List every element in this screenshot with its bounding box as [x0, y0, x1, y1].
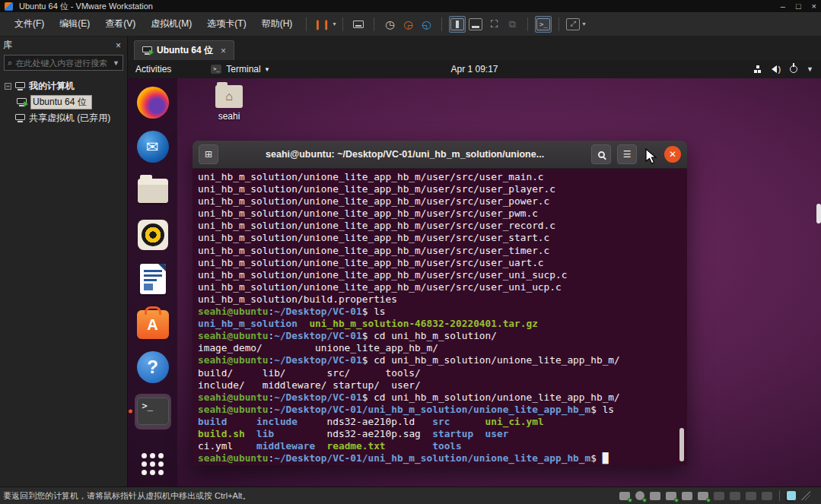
library-search-input[interactable] — [15, 59, 110, 68]
hamburger-icon: ☰ — [623, 149, 632, 160]
dock-item-ubuntu-software[interactable]: A — [135, 306, 171, 341]
terminal-scrollbar[interactable] — [679, 428, 684, 461]
terminal-line: uni_hb_m_solution/unione_lite_app_hb_m/u… — [198, 220, 687, 232]
menu-help[interactable]: 帮助(H) — [255, 14, 300, 33]
desktop-home-folder[interactable]: ⌂ seahi — [207, 85, 251, 122]
home-folder-label: seahi — [218, 111, 240, 122]
terminal-output[interactable]: uni_hb_m_solution/unione_lite_app_hb_m/u… — [193, 169, 687, 465]
statusbar-divider — [779, 490, 780, 501]
fullscreen-icon: ⛶ — [491, 18, 498, 30]
dock-item-files[interactable] — [135, 173, 171, 208]
printer-icon[interactable] — [682, 492, 692, 500]
mouse-cursor — [645, 148, 657, 165]
library-close-button[interactable]: × — [116, 40, 121, 51]
vm-screen: Activities >_ Terminal ▾ Apr 1 09:17 ) ▼… — [128, 60, 821, 487]
dock-item-thunderbird[interactable]: ✉ — [135, 128, 171, 164]
dock-item-help[interactable]: ? — [135, 350, 171, 385]
activities-button[interactable]: Activities — [135, 64, 171, 74]
statusbar-message: 要返回到您的计算机，请将鼠标指针从虚拟机中移出或按 Ctrl+Alt。 — [3, 490, 250, 502]
terminal-line: uni_hb_m_solution/unione_lite_app_hb_m/u… — [198, 195, 687, 208]
tab-close-button[interactable]: × — [221, 46, 226, 56]
sound-icon[interactable] — [698, 492, 708, 500]
terminal-line: uni_hb_m_solution/unione_lite_app_hb_m/u… — [198, 171, 687, 183]
terminal-menu-button[interactable]: ☰ — [617, 144, 637, 164]
menu-edit[interactable]: 编辑(E) — [53, 14, 97, 33]
menu-view[interactable]: 查看(V) — [98, 14, 142, 33]
network-adapter-icon[interactable] — [666, 492, 676, 500]
ubuntu-topbar: Activities >_ Terminal ▾ Apr 1 09:17 ) ▼ — [128, 60, 821, 78]
vm-tabstrip: Ubuntu 64 位 × — [128, 36, 821, 60]
window-title: Ubuntu 64 位 - VMware Workstation — [19, 1, 153, 12]
terminal-icon: >_ — [137, 398, 169, 425]
toolbar-separator — [558, 17, 559, 31]
vm-tab[interactable]: Ubuntu 64 位 × — [134, 40, 234, 60]
fullscreen-button[interactable]: ⛶ — [485, 16, 502, 33]
terminal-line: uni_hb_m_solution uni_hb_m_solution-4683… — [198, 318, 687, 330]
vm-running-icon — [17, 98, 27, 106]
selected-vm-label: Ubuntu 64 位 — [30, 95, 92, 109]
power-icon — [790, 65, 797, 73]
vmware-statusbar: 要返回到您的计算机，请将鼠标指针从虚拟机中移出或按 Ctrl+Alt。 — [0, 487, 821, 504]
terminal-line: uni_hb_m_solution/unione_lite_app_hb_m/u… — [198, 183, 687, 195]
menu-file[interactable]: 文件(F) — [8, 14, 51, 33]
tree-item-ubuntu-vm[interactable]: Ubuntu 64 位 — [17, 94, 127, 110]
dock-item-app-grid[interactable] — [135, 446, 171, 482]
close-button[interactable]: × — [812, 2, 816, 11]
cdrom-icon[interactable] — [635, 491, 644, 500]
search-icon: ⌕ — [8, 58, 12, 68]
collapse-icon[interactable]: − — [5, 83, 11, 90]
computer-icon — [15, 82, 25, 90]
terminal-line: build include nds32-ae210p.ld src uni_ci… — [198, 416, 687, 428]
usb-device-icon — [746, 492, 756, 500]
vm-scrollbar[interactable] — [816, 204, 821, 223]
dock-item-libreoffice-writer[interactable] — [135, 261, 171, 296]
minimize-button[interactable]: – — [781, 2, 785, 11]
app-menu[interactable]: >_ Terminal ▾ — [211, 64, 269, 74]
search-dropdown-icon[interactable]: ▼ — [113, 59, 119, 67]
tree-item-shared-vms[interactable]: 共享虚拟机 (已弃用) — [15, 110, 127, 126]
library-search-box[interactable]: ⌕ ▼ — [4, 55, 123, 71]
dock-item-firefox[interactable] — [135, 84, 171, 120]
terminal-titlebar[interactable]: ⊞ seahi@ubuntu: ~/Desktop/VC-01/uni_hb_m… — [193, 141, 687, 169]
menu-vm[interactable]: 虚拟机(M) — [144, 14, 199, 33]
terminal-search-button[interactable] — [591, 144, 611, 164]
toolbar-separator — [342, 17, 343, 31]
app-grid-icon — [142, 453, 164, 475]
dock-item-terminal[interactable]: >_ — [135, 394, 171, 430]
dock-item-rhythmbox[interactable] — [135, 217, 171, 252]
take-snapshot-button[interactable]: ◷ — [381, 16, 398, 33]
chevron-down-icon: ▾ — [333, 21, 336, 27]
revert-snapshot-icon: ◶ — [403, 19, 412, 30]
resize-grip[interactable] — [801, 491, 810, 500]
console-view-button[interactable]: >_ — [535, 16, 552, 33]
volume-icon: ) — [772, 65, 781, 74]
pause-vm-button[interactable]: ❙❙▾ — [313, 16, 336, 33]
maximize-button[interactable]: □ — [796, 2, 801, 11]
toggle-thumbnail-bar-button[interactable] — [467, 16, 484, 33]
revert-snapshot-button[interactable]: ◶ — [399, 16, 416, 33]
snapshot-manager-button[interactable]: ◵ — [418, 16, 434, 33]
message-log-icon[interactable] — [787, 491, 796, 500]
toggle-library-button[interactable] — [449, 16, 466, 33]
pause-icon: ❙❙ — [313, 19, 330, 30]
system-tray[interactable]: ) ▼ — [754, 65, 813, 74]
terminal-line: uni_hb_m_solution/unione_lite_app_hb_m/u… — [198, 245, 687, 257]
harddisk-icon[interactable] — [619, 492, 630, 500]
terminal-line: uni_hb_m_solution/unione_lite_app_hb_m/u… — [198, 232, 687, 244]
terminal-close-button[interactable]: ✕ — [664, 146, 681, 163]
tree-item-my-computer[interactable]: − 我的计算机 — [5, 78, 127, 94]
menu-tabs[interactable]: 选项卡(T) — [200, 14, 253, 33]
home-folder-icon: ⌂ — [215, 85, 243, 108]
dock: ✉ A ? >_ — [128, 78, 177, 487]
firefox-icon — [137, 87, 169, 119]
new-tab-button[interactable]: ⊞ — [199, 144, 218, 164]
unity-mode-icon: ⧉ — [509, 18, 516, 30]
thumbnail-bar-icon — [469, 18, 482, 30]
terminal-line: seahi@ubuntu:~/Desktop/VC-01/uni_hb_m_so… — [198, 452, 687, 464]
stretch-guest-button[interactable]: ⤢▾ — [566, 16, 585, 33]
unity-mode-button[interactable]: ⧉ — [504, 16, 520, 33]
usb-device-icon — [730, 492, 740, 500]
floppy-icon[interactable] — [650, 492, 660, 500]
terminal-title: seahi@ubuntu: ~/Desktop/VC-01/uni_hb_m_s… — [224, 149, 585, 160]
send-ctrl-alt-del-button[interactable] — [350, 16, 367, 33]
